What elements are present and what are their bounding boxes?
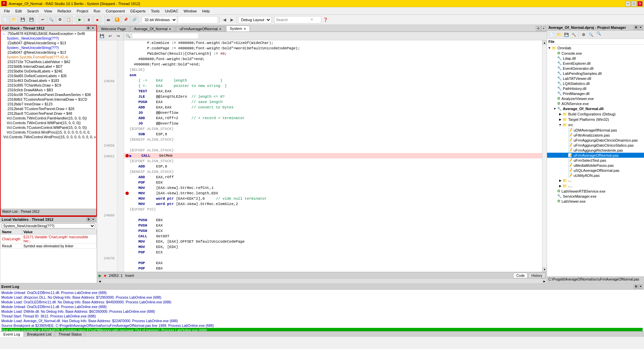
call-stack-item[interactable]: System.SysUtils.FormatFloat(???,42,4)	[1, 55, 96, 59]
code-line[interactable]: PUSH EBX	[124, 217, 542, 223]
tree-item-pathhistory-dll[interactable]: 🔧PathHistory.dll	[547, 86, 644, 91]
expand-icon[interactable]: ▼	[552, 106, 557, 111]
expand-icon[interactable]: ▶	[558, 184, 562, 188]
code-line[interactable]: CALL GetGOT	[124, 234, 542, 239]
menu-item-project[interactable]: Project	[74, 8, 91, 14]
tree-item----[interactable]: ▶📁-..	[547, 178, 644, 183]
tree-item-ldap-dll[interactable]: 🔧Ldap.dll	[547, 56, 644, 61]
scroll-left-btn[interactable]: ◀	[97, 279, 102, 283]
call-stack-item[interactable]: :2312bea6 TCustomTeePannel.Draw + $26	[1, 106, 96, 111]
code-line[interactable]: MOV EDX, [EDX]	[124, 244, 542, 250]
code-line[interactable]: P.elemSize := #000080;font-weight:bold">…	[124, 40, 542, 46]
tb-btn-14[interactable]: 📌	[122, 16, 130, 24]
event-log-item[interactable]: Thread Start: Thread ID: 3612. Process L…	[1, 314, 643, 318]
tree-item-printmanager-dll[interactable]: 🔧PrintManager.dll	[547, 91, 644, 96]
search-input[interactable]	[276, 18, 310, 22]
call-stack-item[interactable]: Vcl.Controls.TWinControl.WMPaint(15, 0, …	[1, 120, 96, 125]
pm-save-btn[interactable]: 💾	[563, 31, 570, 38]
vertical-scrollbar[interactable]: ▲ ▼	[542, 40, 547, 272]
menu-item-file[interactable]: File	[1, 8, 13, 14]
code-line[interactable]	[124, 142, 542, 148]
code-line[interactable]: ADD EAX,rOff+2 // + record + terminator	[124, 115, 542, 121]
code-line[interactable]	[124, 255, 542, 260]
tree-item-uutilityaon-pas[interactable]: 📝uUtilityAON.pas	[547, 173, 644, 178]
menu-item-view[interactable]: View	[42, 8, 55, 14]
tb-btn-12[interactable]: ⏭	[104, 16, 112, 24]
horizontal-scrollbar[interactable]: ◀ ▶	[97, 279, 547, 283]
layout-dropdown[interactable]: Debug Layout	[238, 16, 271, 23]
expand-icon[interactable]: ▼	[547, 46, 552, 50]
call-stack-item[interactable]: →:750a4878 KERNELBASE.RaiseException + 0…	[1, 31, 96, 36]
editor-tab-ufrmaverageofnormal[interactable]: uFrmAverageOfNormal✕	[176, 26, 225, 32]
tree-item-target-platforms--win32-[interactable]: ▶📁Target Platforms (Win32)	[547, 117, 644, 122]
expand-icon[interactable]: ▶	[558, 117, 562, 122]
menu-item-run[interactable]: Run	[91, 8, 103, 14]
tree-item-servicemanager-exe[interactable]: 🔧ServiceManager.exe	[547, 194, 644, 199]
tree-item-omnilab[interactable]: ▼📁Omnilab	[547, 45, 644, 51]
close-button[interactable]: ✕	[637, 1, 643, 6]
new-button[interactable]: 📄	[1, 16, 9, 24]
tree-item-build-configurations--debug-[interactable]: ▶📁Build Configurations (Debug)	[547, 111, 644, 117]
editor-tab-system[interactable]: System✕	[226, 26, 250, 32]
call-stack-item[interactable]: :22afb047 @NewUnicodeString + $13	[1, 41, 96, 45]
minimize-button[interactable]: ─	[625, 1, 631, 6]
help-button[interactable]: ❓	[322, 16, 329, 23]
event-log-item[interactable]: Module Load: Average_Of_Normal.dll. Has …	[1, 318, 643, 323]
menu-item-gexperts[interactable]: GExperts	[127, 8, 148, 14]
tab-close[interactable]: ✕	[541, 26, 546, 31]
local-vars-dropdown[interactable]: System_NewUnicodeString(???)	[2, 223, 95, 229]
menu-item-refactor[interactable]: Refactor	[55, 8, 74, 14]
code-line[interactable]: SUB ESP,8	[124, 132, 542, 137]
code-line[interactable]: {$IFDEF ALIGN_STACK}	[124, 158, 542, 164]
code-redo-btn[interactable]: ↪	[115, 33, 121, 39]
event-log-tab-breakpoint-list[interactable]: Breakpoint List	[24, 332, 55, 337]
event-log-item[interactable]: Source Breakpoint at $239054EE: C:\Proge…	[1, 323, 643, 328]
code-line[interactable]: TEST EAX,EAX	[124, 89, 542, 94]
code-tab-code[interactable]: Code	[513, 273, 528, 278]
code-line[interactable]: {$IFDEF ALIGN_STACK}	[124, 126, 542, 132]
menu-item-window[interactable]: Window	[181, 8, 199, 14]
code-line[interactable]: MOV [EAX-skew].StrRec.refCnt,1	[124, 185, 542, 191]
tb-btn-15[interactable]: 🔗	[130, 16, 139, 24]
code-save-btn[interactable]: 💾	[99, 33, 105, 39]
call-stack-item[interactable]: :2315715e TChartAxis.LabelValue + $A2	[1, 59, 96, 64]
local-vars-close[interactable]: ✕	[91, 217, 95, 221]
event-log-item[interactable]: Module Load: DWrite.dll. No Debug Info. …	[1, 309, 643, 314]
tab-close-icon[interactable]: ✕	[169, 28, 171, 31]
call-stack-item[interactable]: :2315bd0e DoDefaultLabels + $24E	[1, 69, 96, 73]
tree-item-----[interactable]: ▶📁-...	[547, 183, 644, 189]
code-line[interactable]	[124, 212, 542, 217]
event-log-item[interactable]: Module Unload: OraOLEDBrmc11.dll. Proces…	[1, 290, 643, 295]
code-line[interactable]: MOV word ptr [EAX-skew].StrRec.elemSize,…	[124, 201, 542, 207]
tb-btn-13[interactable]: ⏬	[113, 16, 121, 24]
pm-close[interactable]: ✕	[639, 26, 643, 30]
tree-item-eventgenerator-dll[interactable]: 🔧EventGenerator.dll	[547, 66, 644, 71]
tree-item-labpendingsamples-dll[interactable]: 🔧LabPendingSamples.dll	[547, 71, 644, 76]
pm-settings[interactable]: ⚙	[634, 26, 638, 30]
code-content[interactable]: P.elemSize := #000080;font-weight:bold">…	[124, 40, 542, 272]
event-log-item[interactable]: Module Unload: OraOLEDBrmc11.dll. Proces…	[1, 304, 643, 309]
code-line[interactable]: asm	[124, 72, 542, 78]
call-stack-item[interactable]: Vcl.Controls.TWinControl.PaintHandler(15…	[1, 116, 96, 120]
menu-item-tools[interactable]: Tools	[148, 8, 162, 14]
code-line[interactable]: MOV [EAX-skew].StrRec.length,EDX	[124, 191, 542, 196]
call-stack-item[interactable]: :2315c895 TChartAxis.Draw + $C9	[1, 83, 96, 88]
tree-item-src[interactable]: ▼📁src	[547, 122, 644, 128]
tree-item-ufrmaggiungirichiedente-pas[interactable]: 📝uFrmAggiungiRichiedente.pas	[547, 148, 644, 153]
local-var-row[interactable]: CharLengthE2171 Variable 'CharLength' in…	[1, 235, 97, 244]
tree-item-labviewer-exe[interactable]: ⚙LabViewer.exe	[547, 199, 644, 204]
code-search-input[interactable]	[132, 33, 199, 39]
call-stack-item[interactable]: :2315bd65 DoNotCustomLabels + $35	[1, 73, 96, 78]
call-stack-item[interactable]: Vcl.Controls.TWinControl.WndProc((15, 0,…	[1, 135, 96, 139]
save-button[interactable]: 💾	[19, 16, 27, 24]
stop-button[interactable]: ■	[93, 16, 101, 24]
call-stack-item[interactable]: System._NewUnicodeString(???)	[1, 36, 96, 41]
search-clear-icon[interactable]: ✕	[310, 17, 313, 22]
address-input[interactable]	[178, 16, 218, 23]
run-button[interactable]: ▶	[76, 16, 84, 24]
call-stack-item[interactable]: System._NewUnicodeString(???)	[1, 45, 96, 50]
pm-build-btn[interactable]: 🔨	[571, 31, 577, 38]
tab-close-icon[interactable]: ✕	[244, 27, 246, 31]
tree-item-lqastatistics-dll[interactable]: 🔧LQAStatistics.dll	[547, 81, 644, 86]
event-log-settings[interactable]: ⚙	[634, 285, 638, 289]
